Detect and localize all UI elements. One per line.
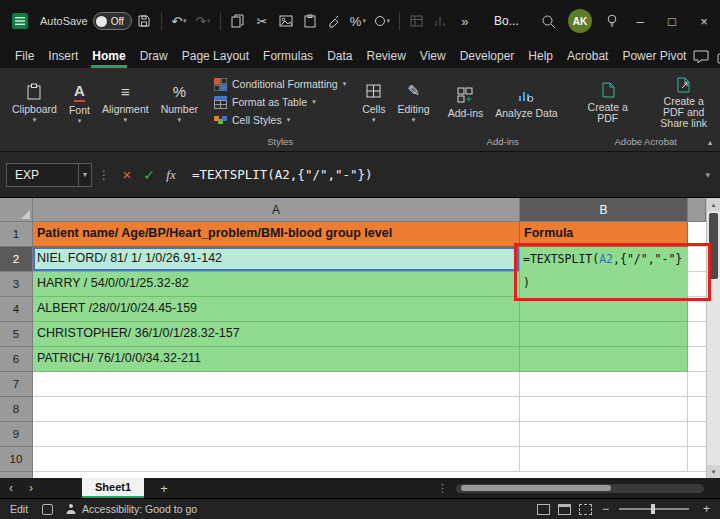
- percent-style-icon[interactable]: %▾: [349, 8, 367, 34]
- tab-review[interactable]: Review: [359, 44, 412, 68]
- scroll-down-icon[interactable]: ▼: [707, 465, 720, 478]
- lightbulb-icon[interactable]: [603, 8, 621, 34]
- create-pdf-button[interactable]: Create a PDF: [570, 79, 646, 126]
- comment-icon[interactable]: [693, 50, 709, 64]
- row-header-8[interactable]: 8: [0, 397, 32, 422]
- formula-bar-expand-icon[interactable]: ▾: [701, 170, 714, 180]
- save-icon[interactable]: [135, 8, 153, 34]
- avatar[interactable]: AK: [568, 9, 592, 33]
- cell-a1[interactable]: Patient name/ Age/BP/Heart_problem/BMI-b…: [33, 222, 520, 247]
- cell-styles-button[interactable]: Cell Styles ▾: [210, 113, 294, 128]
- chart-icon[interactable]: [432, 8, 450, 34]
- tab-formulas[interactable]: Formulas: [256, 44, 320, 68]
- add-ins-button[interactable]: Add-ins: [442, 84, 490, 121]
- cell-a7[interactable]: [33, 372, 520, 397]
- analyze-data-button[interactable]: Analyze Data: [489, 84, 563, 121]
- zoom-in-button[interactable]: +: [703, 502, 710, 516]
- tab-view[interactable]: View: [413, 44, 453, 68]
- row-header-4[interactable]: 4: [0, 297, 32, 322]
- page-layout-view-icon[interactable]: [558, 504, 571, 515]
- alignment-button[interactable]: ≡ Alignment ▾: [96, 80, 155, 125]
- tab-page-layout[interactable]: Page Layout: [175, 44, 256, 68]
- more-commands-icon[interactable]: »: [456, 8, 474, 34]
- font-button[interactable]: A Font ▾: [63, 79, 96, 126]
- tab-developer[interactable]: Developer: [453, 44, 522, 68]
- search-icon[interactable]: [539, 8, 557, 34]
- cell-b9[interactable]: [520, 422, 688, 447]
- select-all-corner[interactable]: [0, 198, 33, 222]
- cell-a6[interactable]: PATRICH/ 76/1/0/0/34.32-211: [33, 347, 520, 372]
- enter-icon[interactable]: ✓: [138, 167, 160, 183]
- tab-file[interactable]: File: [8, 44, 41, 68]
- zoom-slider[interactable]: [619, 508, 689, 510]
- editing-button[interactable]: ✎ Editing ▾: [392, 80, 436, 125]
- formula-input[interactable]: =TEXTSPLIT(A2,{"/","-"}): [192, 167, 701, 182]
- cell-c1[interactable]: [688, 222, 706, 247]
- redo-button[interactable]: ↷▾: [194, 8, 212, 34]
- row-header-6[interactable]: 6: [0, 347, 32, 372]
- copy-icon[interactable]: [229, 8, 247, 34]
- horizontal-scrollbar[interactable]: [456, 484, 704, 493]
- tab-data[interactable]: Data: [320, 44, 359, 68]
- cell-a9[interactable]: [33, 422, 520, 447]
- cell-c4[interactable]: [688, 297, 706, 322]
- name-box-chevron-icon[interactable]: ▾: [78, 164, 91, 186]
- normal-view-icon[interactable]: [537, 504, 550, 515]
- cell-b7[interactable]: [520, 372, 688, 397]
- record-macro-icon[interactable]: [42, 504, 53, 515]
- clipboard-button[interactable]: Clipboard ▾: [6, 80, 63, 125]
- number-button[interactable]: % Number ▾: [155, 80, 204, 125]
- horizontal-scrollbar-thumb[interactable]: [461, 485, 611, 491]
- cell-b8[interactable]: [520, 397, 688, 422]
- maximize-button[interactable]: □: [656, 0, 688, 42]
- cut-icon[interactable]: ✂: [253, 8, 271, 34]
- tab-help[interactable]: Help: [521, 44, 560, 68]
- row-header-9[interactable]: 9: [0, 422, 32, 447]
- row-header-2[interactable]: 2: [0, 247, 32, 272]
- sheet-tab-sheet1[interactable]: Sheet1: [82, 478, 144, 498]
- cell-b1[interactable]: Formula: [520, 222, 688, 247]
- column-header-c[interactable]: [688, 198, 706, 222]
- cell-a2[interactable]: NIEL FORD/ 81/ 1/ 1/0/26.91-142: [33, 247, 520, 272]
- zoom-out-button[interactable]: −: [602, 502, 609, 516]
- previous-sheet-icon[interactable]: ‹: [2, 481, 20, 495]
- undo-button[interactable]: ↶▾: [170, 8, 188, 34]
- conditional-formatting-button[interactable]: Conditional Formatting ▾: [210, 77, 350, 92]
- cell-a10[interactable]: [33, 447, 520, 472]
- insert-function-icon[interactable]: fx: [160, 167, 182, 183]
- column-header-b[interactable]: B: [520, 198, 688, 222]
- picture-icon[interactable]: [277, 8, 295, 34]
- cell-a5[interactable]: CHRISTOPHER/ 36/1/0/1/28.32-157: [33, 322, 520, 347]
- cell-c7[interactable]: [688, 372, 706, 397]
- tab-draw[interactable]: Draw: [133, 44, 175, 68]
- cell-c3[interactable]: [688, 272, 706, 297]
- cell-b2-edit[interactable]: =TEXTSPLIT(A2,{"/","-"} ): [520, 247, 688, 297]
- create-pdf-share-button[interactable]: Create a PDF and Share link: [646, 73, 720, 131]
- tab-acrobat[interactable]: Acrobat: [560, 44, 615, 68]
- cell-c2[interactable]: [688, 247, 706, 272]
- cancel-icon[interactable]: ×: [116, 166, 138, 183]
- row-header-5[interactable]: 5: [0, 322, 32, 347]
- formula-bar-handle[interactable]: ⋮: [98, 168, 110, 182]
- zoom-slider-knob[interactable]: [651, 504, 655, 514]
- minimize-button[interactable]: –: [624, 0, 656, 42]
- cell-b5[interactable]: [520, 322, 688, 347]
- row-header-1[interactable]: 1: [0, 222, 32, 247]
- close-button[interactable]: ×: [688, 0, 720, 42]
- vertical-scrollbar[interactable]: ▲ ▼: [706, 198, 720, 478]
- vertical-scrollbar-thumb[interactable]: [709, 213, 718, 279]
- cell-c9[interactable]: [688, 422, 706, 447]
- cell-c5[interactable]: [688, 322, 706, 347]
- next-sheet-icon[interactable]: ›: [22, 481, 40, 495]
- accessibility-status[interactable]: Accessibility: Good to go: [82, 503, 197, 515]
- cell-b10[interactable]: [520, 447, 688, 472]
- row-header-10[interactable]: 10: [0, 447, 32, 472]
- scroll-up-icon[interactable]: ▲: [707, 198, 720, 211]
- cell-a4[interactable]: ALBERT /28/0/1/0/24.45-159: [33, 297, 520, 322]
- cell-c8[interactable]: [688, 397, 706, 422]
- quick-command-icon[interactable]: ▾: [373, 8, 391, 34]
- tab-insert[interactable]: Insert: [41, 44, 85, 68]
- paste-icon[interactable]: [301, 8, 319, 34]
- page-break-view-icon[interactable]: [579, 504, 592, 515]
- format-as-table-button[interactable]: Format as Table ▾: [210, 95, 320, 110]
